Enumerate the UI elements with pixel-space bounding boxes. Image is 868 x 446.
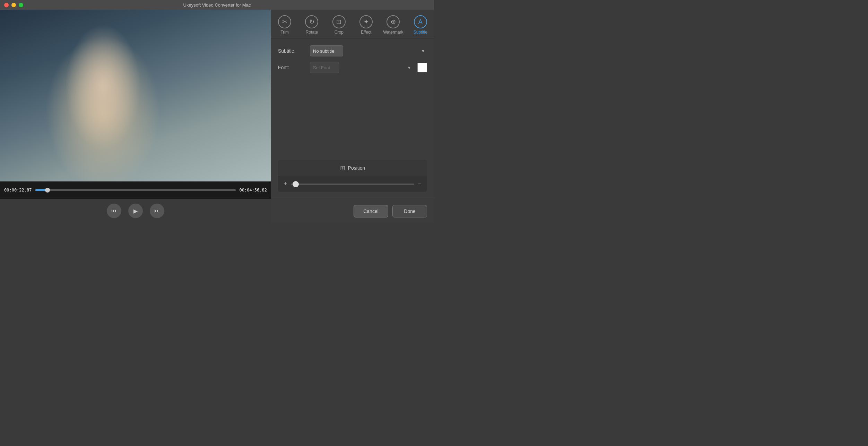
tab-effect-label: Effect [361,30,371,35]
subtitle-label: Subtitle: [278,48,306,54]
close-button[interactable] [4,3,9,7]
video-preview [0,10,271,181]
position-label: Position [348,165,365,171]
play-button[interactable]: ▶ [128,204,143,218]
video-frame [0,10,271,181]
right-panel: ✂ Trim ↻ Rotate ⊡ Crop ✦ Effect ⊕ Waterm… [271,10,434,223]
video-panel: 00:00:22.87 00:04:56.82 ⏮ ▶ ⏭ [0,10,271,223]
tab-watermark-label: Watermark [383,30,403,35]
subtitle-select[interactable]: No subtitle [310,45,343,56]
position-section: ⊞ Position + − [278,160,427,192]
settings-area: Subtitle: No subtitle Font: Set Font [271,38,434,199]
cancel-button[interactable]: Cancel [354,205,388,217]
subtitle-select-wrapper: No subtitle [310,45,427,56]
progress-track[interactable] [35,189,236,191]
minimize-button[interactable] [11,3,16,7]
toolbar-tabs: ✂ Trim ↻ Rotate ⊡ Crop ✦ Effect ⊕ Waterm… [271,10,434,38]
tab-rotate-label: Rotate [306,30,318,35]
effect-icon: ✦ [359,15,373,28]
rotate-icon: ↻ [305,15,318,28]
crop-icon: ⊡ [332,15,346,28]
tab-effect[interactable]: ✦ Effect [353,12,380,38]
tab-rotate[interactable]: ↻ Rotate [298,12,325,38]
done-button[interactable]: Done [392,205,427,217]
position-icon: ⊞ [340,164,345,172]
trim-icon: ✂ [278,15,291,28]
tab-crop-label: Crop [335,30,344,35]
position-controls: + − [278,176,427,192]
timeline-bar: 00:00:22.87 00:04:56.82 [0,181,271,199]
watermark-icon: ⊕ [387,15,400,28]
font-row: Font: Set Font [278,62,427,73]
prev-button[interactable]: ⏮ [107,204,121,218]
subtitle-row: Subtitle: No subtitle [278,45,427,56]
tab-trim[interactable]: ✂ Trim [271,12,298,38]
total-time: 00:04:56.82 [239,188,267,193]
tab-trim-label: Trim [280,30,289,35]
app-title: Ukeysoft Video Converter for Mac [183,2,251,8]
font-label: Font: [278,65,306,70]
controls-bar: ⏮ ▶ ⏭ [0,199,271,223]
subtitle-icon: A [414,15,427,28]
bottom-bar: Cancel Done [271,199,434,223]
position-slider-thumb[interactable] [293,181,299,187]
main-content: 00:00:22.87 00:04:56.82 ⏮ ▶ ⏭ ✂ Trim ↻ R… [0,10,434,223]
position-slider-track[interactable] [291,184,415,185]
progress-thumb[interactable] [45,188,50,193]
font-select-wrapper: Set Font [310,62,413,73]
font-color-swatch[interactable] [417,63,427,72]
tab-crop[interactable]: ⊡ Crop [326,12,353,38]
maximize-button[interactable] [19,3,23,7]
titlebar: Ukeysoft Video Converter for Mac [0,0,434,10]
window-controls [4,3,23,7]
tab-subtitle[interactable]: A Subtitle [407,12,434,38]
tab-subtitle-label: Subtitle [414,30,427,35]
position-plus-button[interactable]: + [284,180,287,188]
current-time: 00:00:22.87 [4,188,32,193]
next-button[interactable]: ⏭ [150,204,164,218]
position-header: ⊞ Position [278,160,427,176]
tab-watermark[interactable]: ⊕ Watermark [380,12,407,38]
position-minus-button[interactable]: − [418,180,422,188]
font-select[interactable]: Set Font [310,62,339,73]
